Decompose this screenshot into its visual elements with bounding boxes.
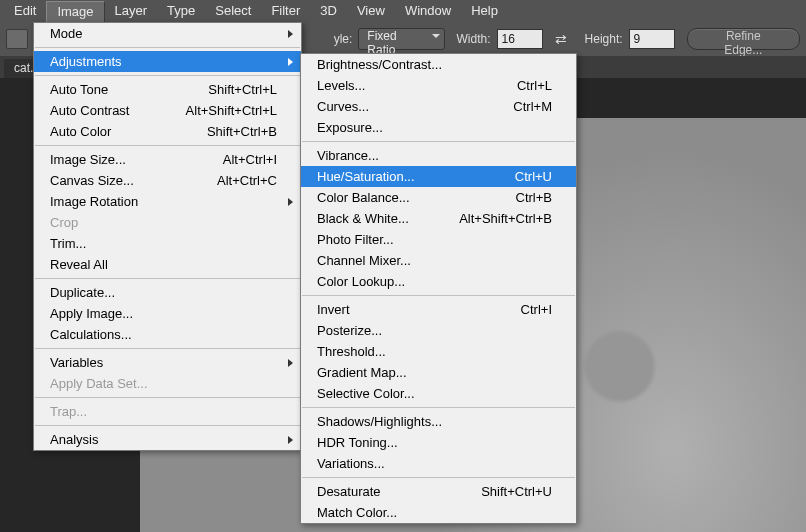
menuitem-selective-color[interactable]: Selective Color... (301, 383, 576, 404)
tool-preset-icon[interactable] (6, 29, 28, 49)
separator (35, 425, 300, 426)
menuitem-shortcut: Alt+Ctrl+I (223, 152, 277, 167)
menuitem-label: Canvas Size... (50, 173, 177, 188)
menuitem-color-balance[interactable]: Color Balance... Ctrl+B (301, 187, 576, 208)
menuitem-posterize[interactable]: Posterize... (301, 320, 576, 341)
menuitem-exposure[interactable]: Exposure... (301, 117, 576, 138)
style-select[interactable]: Fixed Ratio (358, 28, 444, 50)
menuitem-reveal-all[interactable]: Reveal All (34, 254, 301, 275)
menuitem-label: Black & White... (317, 211, 419, 226)
menu-help[interactable]: Help (461, 1, 508, 21)
menuitem-label: Calculations... (50, 327, 277, 342)
menuitem-shortcut: Ctrl+L (517, 78, 552, 93)
adjustments-submenu: Brightness/Contrast... Levels... Ctrl+L … (300, 53, 577, 524)
menuitem-label: Posterize... (317, 323, 552, 338)
menuitem-calculations[interactable]: Calculations... (34, 324, 301, 345)
menu-view[interactable]: View (347, 1, 395, 21)
menuitem-label: Match Color... (317, 505, 552, 520)
separator (302, 407, 575, 408)
menuitem-photo-filter[interactable]: Photo Filter... (301, 229, 576, 250)
menu-window[interactable]: Window (395, 1, 461, 21)
separator (35, 397, 300, 398)
menuitem-label: Exposure... (317, 120, 552, 135)
menuitem-curves[interactable]: Curves... Ctrl+M (301, 96, 576, 117)
submenu-arrow-icon (288, 359, 293, 367)
menu-image[interactable]: Image (46, 1, 104, 22)
menuitem-label: Color Balance... (317, 190, 476, 205)
menu-filter[interactable]: Filter (261, 1, 310, 21)
menuitem-black-white[interactable]: Black & White... Alt+Shift+Ctrl+B (301, 208, 576, 229)
submenu-arrow-icon (288, 436, 293, 444)
menuitem-label: Curves... (317, 99, 473, 114)
menuitem-label: Brightness/Contrast... (317, 57, 552, 72)
menuitem-label: Selective Color... (317, 386, 552, 401)
height-input[interactable] (629, 29, 675, 49)
menuitem-label: Channel Mixer... (317, 253, 552, 268)
menu-layer[interactable]: Layer (105, 1, 158, 21)
menuitem-label: Apply Data Set... (50, 376, 277, 391)
menuitem-label: Variables (50, 355, 277, 370)
refine-edge-button[interactable]: Refine Edge... (687, 28, 800, 50)
menuitem-shortcut: Ctrl+U (515, 169, 552, 184)
menuitem-label: Vibrance... (317, 148, 552, 163)
menuitem-adjustments[interactable]: Adjustments (34, 51, 301, 72)
menuitem-label: Duplicate... (50, 285, 277, 300)
menuitem-analysis[interactable]: Analysis (34, 429, 301, 450)
menuitem-image-size[interactable]: Image Size... Alt+Ctrl+I (34, 149, 301, 170)
menuitem-canvas-size[interactable]: Canvas Size... Alt+Ctrl+C (34, 170, 301, 191)
menuitem-auto-color[interactable]: Auto Color Shift+Ctrl+B (34, 121, 301, 142)
menuitem-vibrance[interactable]: Vibrance... (301, 145, 576, 166)
menuitem-label: Invert (317, 302, 481, 317)
menuitem-label: Shadows/Highlights... (317, 414, 552, 429)
separator (35, 278, 300, 279)
menuitem-shortcut: Shift+Ctrl+L (208, 82, 277, 97)
menuitem-threshold[interactable]: Threshold... (301, 341, 576, 362)
width-input[interactable] (497, 29, 543, 49)
menuitem-label: Adjustments (50, 54, 277, 69)
menuitem-label: Auto Contrast (50, 103, 146, 118)
menuitem-invert[interactable]: Invert Ctrl+I (301, 299, 576, 320)
menuitem-trim[interactable]: Trim... (34, 233, 301, 254)
menuitem-image-rotation[interactable]: Image Rotation (34, 191, 301, 212)
menuitem-label: Gradient Map... (317, 365, 552, 380)
menuitem-hdr-toning[interactable]: HDR Toning... (301, 432, 576, 453)
separator (302, 141, 575, 142)
menuitem-duplicate[interactable]: Duplicate... (34, 282, 301, 303)
menuitem-variations[interactable]: Variations... (301, 453, 576, 474)
menuitem-label: Trim... (50, 236, 277, 251)
menuitem-label: Image Size... (50, 152, 183, 167)
menuitem-hue-saturation[interactable]: Hue/Saturation... Ctrl+U (301, 166, 576, 187)
menuitem-shortcut: Shift+Ctrl+B (207, 124, 277, 139)
menuitem-brightness-contrast[interactable]: Brightness/Contrast... (301, 54, 576, 75)
menuitem-variables[interactable]: Variables (34, 352, 301, 373)
menuitem-apply-image[interactable]: Apply Image... (34, 303, 301, 324)
menuitem-label: Levels... (317, 78, 477, 93)
menuitem-label: Analysis (50, 432, 277, 447)
menuitem-desaturate[interactable]: Desaturate Shift+Ctrl+U (301, 481, 576, 502)
menuitem-shadows-highlights[interactable]: Shadows/Highlights... (301, 411, 576, 432)
menuitem-channel-mixer[interactable]: Channel Mixer... (301, 250, 576, 271)
menu-select[interactable]: Select (205, 1, 261, 21)
menuitem-mode[interactable]: Mode (34, 23, 301, 44)
menuitem-label: Crop (50, 215, 277, 230)
menu-type[interactable]: Type (157, 1, 205, 21)
menuitem-shortcut: Alt+Ctrl+C (217, 173, 277, 188)
menuitem-label: Threshold... (317, 344, 552, 359)
menuitem-gradient-map[interactable]: Gradient Map... (301, 362, 576, 383)
menu-3d[interactable]: 3D (310, 1, 347, 21)
menuitem-match-color[interactable]: Match Color... (301, 502, 576, 523)
menuitem-levels[interactable]: Levels... Ctrl+L (301, 75, 576, 96)
menuitem-auto-contrast[interactable]: Auto Contrast Alt+Shift+Ctrl+L (34, 100, 301, 121)
image-dropdown: Mode Adjustments Auto Tone Shift+Ctrl+L … (33, 22, 302, 451)
menuitem-color-lookup[interactable]: Color Lookup... (301, 271, 576, 292)
submenu-arrow-icon (288, 58, 293, 66)
menuitem-auto-tone[interactable]: Auto Tone Shift+Ctrl+L (34, 79, 301, 100)
menuitem-label: HDR Toning... (317, 435, 552, 450)
menuitem-trap: Trap... (34, 401, 301, 422)
menuitem-label: Apply Image... (50, 306, 277, 321)
separator (302, 477, 575, 478)
style-label: yle: (334, 32, 353, 46)
menu-edit[interactable]: Edit (4, 1, 46, 21)
swap-dimensions-icon[interactable]: ⇄ (549, 31, 573, 47)
separator (35, 145, 300, 146)
